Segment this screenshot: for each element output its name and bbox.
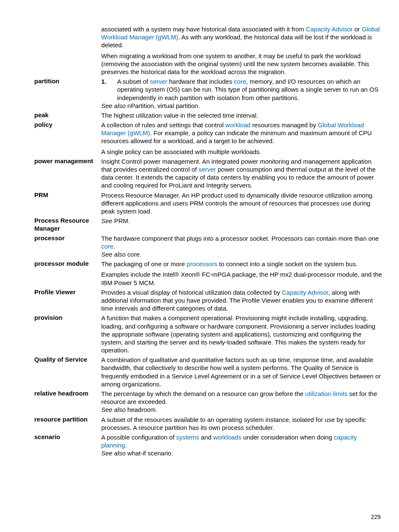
link-processors[interactable]: processors [187, 260, 217, 267]
entry-prm: PRM Process Resource Manager. An HP prod… [34, 191, 383, 216]
policy-p2: A single policy can be associated with m… [101, 148, 383, 156]
text: and [199, 434, 213, 441]
page-number: 229 [371, 514, 381, 520]
def-intro: associated with a system may have histor… [101, 25, 383, 76]
def-profile-viewer: Provides a visual display of historical … [101, 288, 383, 313]
see-also-text: nPartition, virtual partition. [125, 102, 200, 109]
see-also: See also headroom. [101, 406, 383, 414]
entry-policy: policy A collection of rules and setting… [34, 121, 383, 156]
term-scenario: scenario [34, 433, 101, 441]
entry-relative-headroom: relative headroom The percentage by whic… [34, 390, 383, 414]
entry-processor: processor The hardware component that pl… [34, 234, 383, 259]
link-core[interactable]: core [101, 243, 113, 250]
def-prm: Process Resource Manager. An HP product … [101, 191, 383, 216]
def-quality-of-service: A combination of qualitative and quantit… [101, 356, 383, 388]
def-partition: 1. A subset of server hardware that incl… [101, 77, 383, 110]
see-also: See also core. [101, 250, 383, 258]
text: . [125, 442, 127, 449]
term-resource-partition: resource partition [34, 416, 101, 424]
text: to connect into a single socket on the s… [217, 260, 358, 267]
link-server[interactable]: server [199, 166, 216, 173]
def-power-management: Insight Control power management. An int… [101, 157, 383, 190]
text: Provides a visual display of historical … [101, 289, 282, 296]
relhead-p1: The percentage by which the demand on a … [101, 390, 383, 406]
def-resource-partition: A subset of the resources available to a… [101, 416, 383, 432]
text: hardware that includes [167, 78, 234, 85]
text: associated with a system may have histor… [101, 26, 306, 33]
policy-p1: A collection of rules and settings that … [101, 121, 383, 145]
text: A function that makes a component operat… [101, 314, 383, 354]
def-peak: The highest utilization value in the sel… [101, 111, 383, 119]
text: Insight Control power management. An int… [101, 157, 383, 190]
term-processor-module: processor module [34, 260, 101, 268]
text: Process Resource Manager. An HP product … [101, 191, 383, 216]
entry-resource-partition: resource partition A subset of the resou… [34, 416, 383, 432]
def-scenario: A possible configuration of systems and … [101, 433, 383, 457]
intro-p1: associated with a system may have histor… [101, 25, 383, 49]
entry-processor-module: processor module The packaging of one or… [34, 260, 383, 287]
link-core[interactable]: core [234, 78, 246, 85]
procmod-p2: Examples include the Intel® Xeon® FC-mPG… [101, 270, 383, 286]
scenario-p1: A possible configuration of systems and … [101, 433, 383, 449]
see: See PRM. [101, 217, 383, 225]
text: A subset of the resources available to a… [101, 416, 383, 432]
text: The hardware component that plugs into a… [101, 235, 379, 242]
term-power-management: power management [34, 157, 101, 165]
list-number: 1. [101, 77, 117, 102]
see-text: PRM. [113, 217, 130, 224]
see-also-text: headroom. [125, 406, 157, 413]
processor-p1: The hardware component that plugs into a… [101, 234, 383, 250]
term-relative-headroom: relative headroom [34, 390, 101, 398]
def-processor-module: The packaging of one or more processors … [101, 260, 383, 287]
entry-intro: associated with a system may have histor… [34, 25, 383, 76]
term-policy: policy [34, 121, 101, 129]
term-quality-of-service: Quality of Service [34, 356, 101, 364]
link-capacity-advisor[interactable]: Capacity Advisor [306, 26, 353, 33]
link-utilization-limits[interactable]: utilization limits [305, 390, 348, 397]
term-provision: provision [34, 314, 101, 322]
list-text: A subset of server hardware that include… [117, 77, 383, 102]
text: resources managed by [251, 121, 318, 129]
text: A possible configuration of [101, 434, 176, 441]
page-container: associated with a system may have histor… [0, 0, 399, 532]
see-also-label: See also [101, 251, 125, 258]
term-processor: processor [34, 234, 101, 242]
def-processor: The hardware component that plugs into a… [101, 234, 383, 259]
entry-profile-viewer: Profile Viewer Provides a visual display… [34, 288, 383, 313]
def-policy: A collection of rules and settings that … [101, 121, 383, 156]
entry-scenario: scenario A possible configuration of sys… [34, 433, 383, 457]
procmod-p1: The packaging of one or more processors … [101, 260, 383, 268]
see-label: See [101, 217, 113, 224]
entry-partition: partition 1. A subset of server hardware… [34, 77, 383, 110]
entry-power-management: power management Insight Control power m… [34, 157, 383, 190]
entry-provision: provision A function that makes a compon… [34, 314, 383, 354]
entry-process-resource-manager: Process Resource Manager See PRM. [34, 217, 383, 233]
term-prm: PRM [34, 191, 101, 199]
entry-quality-of-service: Quality of Service A combination of qual… [34, 356, 383, 388]
link-workloads[interactable]: workloads [213, 434, 242, 441]
term-partition: partition [34, 77, 101, 85]
intro-p2: When migrating a workload from one syste… [101, 52, 383, 76]
see-also-label: See also [101, 450, 125, 457]
link-capacity-advisor[interactable]: Capacity Advisor [282, 289, 328, 296]
see-also-text: core. [125, 251, 141, 258]
link-server[interactable]: server [150, 78, 167, 85]
see-also-label: See also [101, 102, 125, 109]
text: or [353, 26, 362, 33]
text: A collection of rules and settings that … [101, 121, 225, 129]
text: under consideration when doing [241, 434, 334, 441]
def-provision: A function that makes a component operat… [101, 314, 383, 354]
see-also-text: what-if scenario. [125, 450, 173, 457]
numbered-item: 1. A subset of server hardware that incl… [101, 77, 383, 102]
def-relative-headroom: The percentage by which the demand on a … [101, 390, 383, 414]
entry-peak: peak The highest utilization value in th… [34, 111, 383, 119]
text: A combination of qualitative and quantit… [101, 356, 383, 388]
text: The packaging of one or more [101, 260, 187, 267]
term-process-resource-manager: Process Resource Manager [34, 217, 101, 233]
see-also: See also nPartition, virtual partition. [101, 102, 383, 110]
link-workload[interactable]: workload [225, 121, 251, 129]
text: . [113, 243, 115, 250]
see-also: See also what-if scenario. [101, 449, 383, 457]
term-profile-viewer: Profile Viewer [34, 288, 101, 296]
link-systems[interactable]: systems [176, 434, 199, 441]
